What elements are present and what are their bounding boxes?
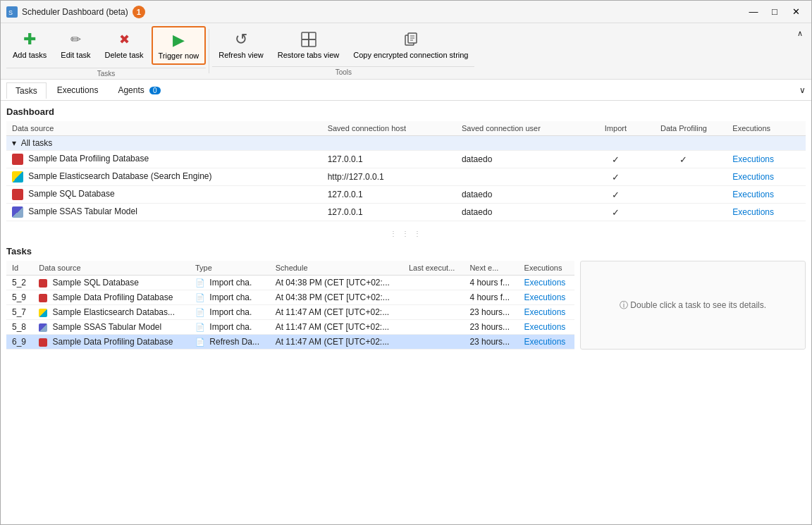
- col-next: Next e...: [464, 261, 518, 276]
- refresh-view-label: Refresh view: [219, 51, 264, 60]
- task-id: 5_8: [6, 320, 33, 335]
- exec-link[interactable]: Executions: [732, 207, 774, 217]
- minimize-button[interactable]: —: [744, 4, 763, 20]
- task-schedule: At 11:47 AM (CET [UTC+02:...: [270, 305, 403, 320]
- task-icon-ssas: [39, 323, 47, 332]
- col-host: Saved connection host: [322, 121, 456, 136]
- task-row[interactable]: 5_7 Sample Elasticsearch Databas... 📄 Im…: [6, 305, 574, 320]
- task-type: 📄 Import cha.: [190, 276, 270, 290]
- task-last: [403, 276, 464, 290]
- tasks-section: Tasks Id Data source Type Schedule Last …: [1, 240, 811, 524]
- task-icon-red: [39, 279, 47, 288]
- trigger-now-ribbon-button[interactable]: ▶ Trigger now: [152, 26, 207, 65]
- step1-badge: 1: [133, 6, 145, 18]
- task-exec-link[interactable]: Executions: [524, 292, 566, 302]
- close-button[interactable]: ✕: [786, 4, 806, 20]
- task-exec-link[interactable]: Executions: [524, 278, 566, 288]
- task-next: 23 hours...: [464, 335, 518, 350]
- delete-icon: ✖: [114, 30, 134, 49]
- delete-task-label: Delete task: [105, 51, 144, 60]
- task-exec: Executions: [519, 305, 574, 320]
- tasks-left: Id Data source Type Schedule Last execut…: [6, 261, 574, 350]
- task-next: 23 hours...: [464, 305, 518, 320]
- row-profiling: [641, 204, 727, 221]
- copy-connection-button[interactable]: Copy encrypted connection string: [347, 26, 474, 63]
- tasks-bottom: Id Data source Type Schedule Last execut…: [6, 261, 806, 350]
- tabs-area: Tasks Executions Agents 0 ∨: [1, 80, 811, 101]
- col-last: Last execut...: [403, 261, 464, 276]
- task-exec-link[interactable]: Executions: [524, 337, 566, 347]
- import-icon: 📄: [195, 293, 205, 302]
- dashboard-table: Data source Saved connection host Saved …: [6, 121, 806, 221]
- add-icon: ✚: [20, 30, 39, 49]
- task-row-selected[interactable]: 6_9 Sample Data Profiling Database 📄 Ref…: [6, 335, 574, 350]
- title-bar: S Scheduler Dashboard (beta) 1 — □ ✕: [1, 1, 811, 23]
- task-last: [403, 335, 464, 350]
- detail-panel: ⓘ Double click a task to see its details…: [580, 261, 806, 350]
- ribbon-collapse-button[interactable]: ∧: [794, 26, 806, 79]
- add-tasks-label: Add tasks: [13, 51, 47, 60]
- col-datasource: Data source: [33, 261, 190, 276]
- col-datasource: Data source: [6, 121, 322, 136]
- ribbon-group-tasks: ✚ Add tasks ✏ Edit task ✖ Delete task ▶ …: [6, 26, 206, 79]
- row-datasource: Sample Data Profiling Database: [6, 151, 322, 168]
- tab-agents[interactable]: Agents 0: [109, 82, 169, 98]
- group-all-tasks: ▾ All tasks: [6, 136, 806, 151]
- restore-icon: [299, 30, 319, 49]
- task-row[interactable]: 5_9 Sample Data Profiling Database 📄 Imp…: [6, 290, 574, 305]
- window-title: Scheduler Dashboard (beta): [22, 7, 128, 17]
- row-host: 127.0.0.1: [322, 151, 456, 168]
- detail-hint: ⓘ Double click a task to see its details…: [620, 299, 766, 311]
- table-row: Sample SQL Database 127.0.0.1 dataedo ✓ …: [6, 186, 806, 204]
- task-exec-link[interactable]: Executions: [524, 322, 566, 332]
- add-tasks-button[interactable]: ✚ Add tasks: [6, 26, 53, 63]
- db-icon-red: [12, 154, 23, 165]
- table-row: Sample Data Profiling Database 127.0.0.1…: [6, 151, 806, 168]
- row-executions: Executions: [727, 204, 806, 221]
- group-label: ▾ All tasks: [6, 136, 806, 151]
- row-import: ✓: [591, 204, 641, 221]
- exec-link[interactable]: Executions: [732, 190, 774, 199]
- delete-task-button[interactable]: ✖ Delete task: [99, 26, 150, 63]
- row-host: 127.0.0.1: [322, 186, 456, 204]
- exec-link[interactable]: Executions: [732, 154, 774, 164]
- expand-icon[interactable]: ▾: [12, 138, 16, 148]
- task-row[interactable]: 5_8 Sample SSAS Tabular Model 📄 Import c…: [6, 320, 574, 335]
- col-user: Saved connection user: [456, 121, 591, 136]
- row-user: dataedo: [456, 151, 591, 168]
- tab-agents-label: Agents: [118, 85, 144, 95]
- row-user: [456, 168, 591, 186]
- maximize-button[interactable]: □: [765, 4, 785, 20]
- svg-rect-4: [302, 39, 309, 47]
- check-import: ✓: [612, 207, 620, 218]
- main-content: Dashboard Data source Saved connection h…: [1, 101, 811, 524]
- edit-task-label: Edit task: [61, 51, 90, 60]
- restore-tabs-button[interactable]: Restore tabs view: [271, 26, 345, 63]
- task-exec: Executions: [519, 335, 574, 350]
- dashboard-title: Dashboard: [6, 106, 806, 117]
- task-exec-link[interactable]: Executions: [524, 307, 566, 317]
- trigger-now-label: Trigger now: [159, 51, 199, 61]
- task-row[interactable]: 5_2 Sample SQL Database 📄 Import cha. At…: [6, 276, 574, 290]
- task-ds: Sample Elasticsearch Databas...: [33, 305, 190, 320]
- ribbon-content: ✚ Add tasks ✏ Edit task ✖ Delete task ▶ …: [6, 26, 806, 79]
- exec-link[interactable]: Executions: [732, 172, 774, 182]
- edit-task-button[interactable]: ✏ Edit task: [54, 26, 97, 63]
- copy-connection-label: Copy encrypted connection string: [353, 51, 468, 60]
- row-datasource: Sample Elasticsearch Database (Search En…: [6, 168, 322, 186]
- svg-rect-3: [309, 32, 316, 39]
- tab-tasks[interactable]: Tasks: [6, 82, 47, 99]
- svg-rect-5: [309, 39, 316, 47]
- task-ds: Sample SSAS Tabular Model: [33, 320, 190, 335]
- task-type: 📄 Import cha.: [190, 290, 270, 305]
- drag-handle[interactable]: ⋮ ⋮ ⋮: [1, 227, 811, 240]
- check-import: ✓: [612, 190, 620, 200]
- task-type: 📄 Refresh Da...: [190, 335, 270, 350]
- refresh-view-button[interactable]: ↺ Refresh view: [212, 26, 270, 63]
- task-schedule: At 11:47 AM (CET [UTC+02:...: [270, 335, 403, 350]
- tab-executions[interactable]: Executions: [48, 82, 108, 98]
- task-next: 4 hours f...: [464, 276, 518, 290]
- task-next: 4 hours f...: [464, 290, 518, 305]
- task-id: 5_7: [6, 305, 33, 320]
- tabs-collapse-button[interactable]: ∨: [799, 85, 806, 95]
